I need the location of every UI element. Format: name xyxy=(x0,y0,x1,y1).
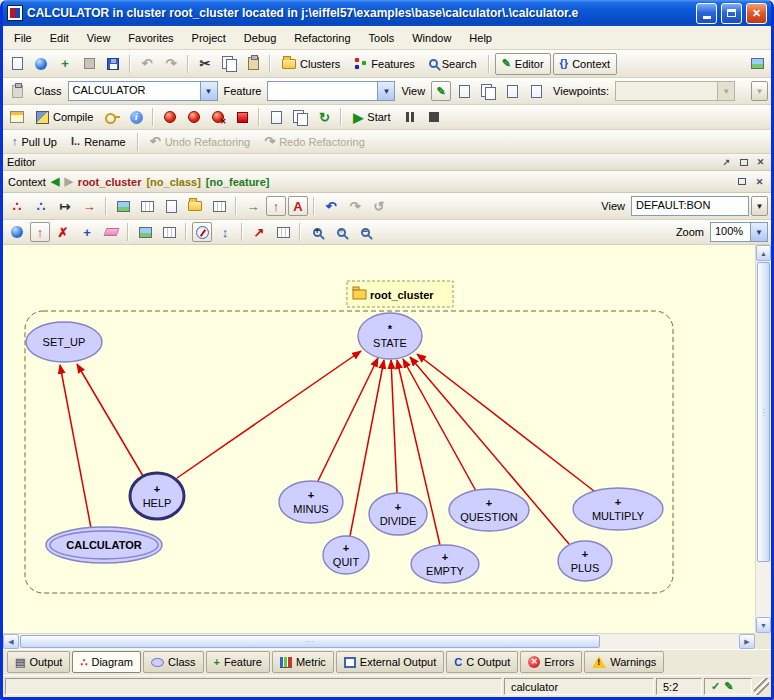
diagram-redo-button[interactable]: ↷ xyxy=(344,195,366,217)
close-button[interactable]: ✕ xyxy=(746,3,767,24)
tab-warnings[interactable]: !Warnings xyxy=(584,651,664,673)
inheritance-links-window-button[interactable] xyxy=(158,221,180,243)
redo-refactoring-button[interactable]: ↷Redo Refactoring xyxy=(258,131,371,153)
diagram-node-empty[interactable]: +EMPTY xyxy=(411,545,479,583)
vertical-scroll-thumb[interactable]: ⋮ xyxy=(757,262,770,562)
editor-pane-header[interactable]: Editor ↗ ✕ xyxy=(3,154,771,171)
zoom-dropdown-arrow-icon[interactable]: ▼ xyxy=(750,223,767,241)
save-button[interactable] xyxy=(78,53,100,75)
diagram-canvas[interactable]: root_clusterSET_UP*STATE+HELPCALCULATOR+… xyxy=(3,245,755,633)
add-to-diagram-button[interactable] xyxy=(272,221,294,243)
menu-refactoring[interactable]: Refactoring xyxy=(285,28,359,48)
basic-text-view-button[interactable]: ✎ xyxy=(431,81,451,101)
history-forward-button[interactable]: ▶ xyxy=(64,176,72,187)
open-diagram-button[interactable] xyxy=(6,106,28,128)
new-window-button[interactable] xyxy=(6,53,28,75)
external-editor-button[interactable] xyxy=(746,53,768,75)
tab-c-output[interactable]: CC Output xyxy=(446,651,518,673)
class-tool-button[interactable]: ∴ xyxy=(6,195,28,217)
refresh-button[interactable]: ↻ xyxy=(313,106,335,128)
cluster-tool-button[interactable]: ∴ xyxy=(30,195,52,217)
go-to-target-button[interactable]: → xyxy=(242,195,264,217)
print-diagram-button[interactable] xyxy=(160,195,182,217)
bon-diagram[interactable]: root_clusterSET_UP*STATE+HELPCALCULATOR+… xyxy=(3,245,755,631)
menu-file[interactable]: File xyxy=(5,28,41,48)
inheritance-link-help-to-set_up[interactable] xyxy=(77,364,143,476)
horizontal-scroll-thumb[interactable]: ⋯ xyxy=(20,635,600,648)
undo-refactoring-button[interactable]: ↶Undo Refactoring xyxy=(144,131,257,153)
scroll-left-button[interactable]: ◀ xyxy=(3,634,19,649)
undock-pane-button[interactable]: ↗ xyxy=(720,156,733,168)
diagram-node-calculator[interactable]: CALCULATOR xyxy=(46,527,162,563)
relayout-button[interactable]: ↗ xyxy=(248,221,270,243)
features-button[interactable]: Features xyxy=(348,53,420,75)
project-info-button[interactable]: i xyxy=(125,106,147,128)
clusters-button[interactable]: Clusters xyxy=(276,53,346,75)
search-button[interactable]: Search xyxy=(423,53,483,75)
diagram-node-minus[interactable]: +MINUS xyxy=(279,481,343,523)
zoom-out-button[interactable]: − xyxy=(354,221,376,243)
inheritance-link-question-to-state[interactable] xyxy=(403,359,476,491)
scroll-up-button[interactable]: ▲ xyxy=(756,245,771,261)
diagram-node-multiply[interactable]: +MULTIPLY xyxy=(573,488,663,530)
tab-metric[interactable]: Metric xyxy=(272,651,334,673)
diagram-view-dropdown-button[interactable]: ▼ xyxy=(751,196,768,216)
menu-view[interactable]: View xyxy=(78,28,120,48)
compile-options-button[interactable] xyxy=(101,106,123,128)
diagram-node-state[interactable]: *STATE xyxy=(358,313,422,359)
menu-edit[interactable]: Edit xyxy=(41,28,78,48)
title-bar[interactable]: CALCULATOR in cluster root_cluster locat… xyxy=(3,0,771,26)
diagram-node-divide[interactable]: +DIVIDE xyxy=(369,493,427,535)
interface-view-button[interactable] xyxy=(525,80,547,102)
zoom-fit-button[interactable]: ▫ xyxy=(330,221,352,243)
delete-item-button[interactable]: ✗ xyxy=(52,221,74,243)
zoom-combobox[interactable]: 100%▼ xyxy=(710,222,768,242)
contract-view-button[interactable] xyxy=(501,80,523,102)
diagram-view-combobox[interactable]: DEFAULT:BON xyxy=(631,196,749,216)
paste-button[interactable] xyxy=(242,53,264,75)
add-class-button[interactable]: + xyxy=(54,53,76,75)
redo-button[interactable]: ↷ xyxy=(160,53,182,75)
tab-errors[interactable]: Errors xyxy=(520,651,582,673)
minimize-button[interactable] xyxy=(696,3,717,24)
export-image-button[interactable] xyxy=(112,195,134,217)
finalize-button[interactable] xyxy=(231,106,253,128)
maximize-pane-button[interactable] xyxy=(737,156,750,168)
last-result-button[interactable] xyxy=(265,106,287,128)
pause-button[interactable] xyxy=(399,106,421,128)
menu-window[interactable]: Window xyxy=(403,28,460,48)
tab-output[interactable]: ▤Output xyxy=(7,651,70,673)
scroll-down-button[interactable]: ▼ xyxy=(756,617,771,633)
diagram-undo-button[interactable]: ↶ xyxy=(320,195,342,217)
class-dropdown-arrow-icon[interactable]: ▼ xyxy=(200,82,217,100)
put-handle-right-button[interactable]: ↑ xyxy=(30,222,50,242)
physics-layout-button[interactable] xyxy=(192,222,212,242)
melt-button[interactable] xyxy=(159,106,181,128)
stop-button[interactable] xyxy=(423,106,445,128)
inheritance-link-calculator-to-set_up[interactable] xyxy=(60,365,91,528)
table-window-button[interactable] xyxy=(208,195,230,217)
open-cluster-button[interactable] xyxy=(184,195,206,217)
tab-external-output[interactable]: External Output xyxy=(336,651,444,673)
flat-view-button[interactable] xyxy=(477,80,499,102)
freeze-button[interactable] xyxy=(207,106,229,128)
toggle-labels-button[interactable]: A xyxy=(288,196,308,216)
toolbar-overflow-button[interactable]: ▼ xyxy=(751,81,768,101)
anchor-button[interactable]: + xyxy=(76,221,98,243)
tab-feature[interactable]: +Feature xyxy=(206,651,270,673)
class-combobox[interactable]: CALCULATOR▼ xyxy=(68,81,218,101)
scroll-right-button[interactable]: ▶ xyxy=(739,634,755,649)
submit-button[interactable] xyxy=(289,106,311,128)
undo-button[interactable]: ↶ xyxy=(136,53,158,75)
feature-combobox[interactable]: ▼ xyxy=(267,81,395,101)
diagram-node-question[interactable]: +QUESTION xyxy=(449,489,529,531)
context-toggle-button[interactable]: {}Context xyxy=(553,53,617,75)
maximize-context-button[interactable] xyxy=(735,176,748,188)
tab-diagram[interactable]: ∴Diagram xyxy=(72,651,141,673)
client-links-window-button[interactable] xyxy=(134,221,156,243)
tab-class[interactable]: Class xyxy=(143,651,204,673)
vertical-scrollbar[interactable]: ▲ ⋮ ▼ xyxy=(755,245,771,633)
save-all-button[interactable] xyxy=(102,53,124,75)
sort-layout-button[interactable]: ↕ xyxy=(214,221,236,243)
diagram-node-help[interactable]: +HELP xyxy=(130,473,184,519)
